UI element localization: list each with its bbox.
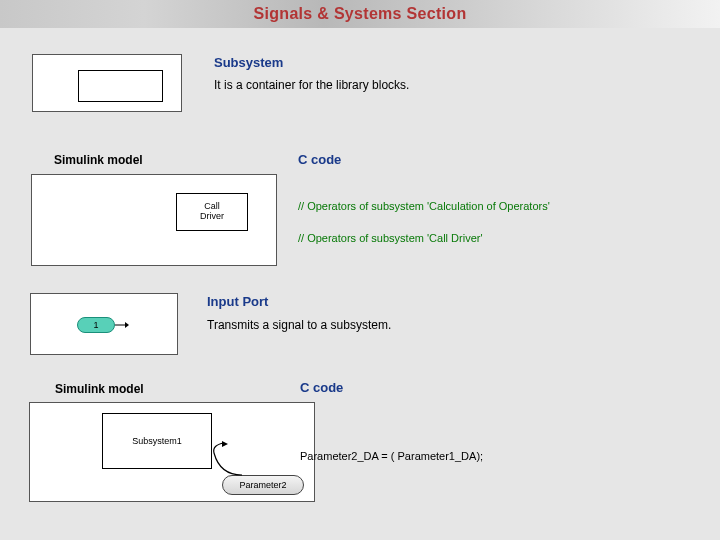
port-arrow-icon: [115, 320, 129, 330]
simulink-label-1: Simulink model: [54, 153, 143, 167]
simulink-label-2: Simulink model: [55, 382, 144, 396]
subsystem-description: It is a container for the library blocks…: [214, 78, 409, 92]
svg-marker-1: [125, 322, 129, 328]
example1-model: Call Driver: [31, 174, 277, 266]
code-comment-1: // Operators of subsystem 'Calculation o…: [298, 200, 550, 212]
example2-model: Subsystem1 Parameter2: [29, 402, 315, 502]
subsystem1-block: Subsystem1: [102, 413, 212, 469]
subsystem1-label: Subsystem1: [132, 436, 182, 446]
code-comment-2: // Operators of subsystem 'Call Driver': [298, 232, 483, 244]
subsystem-empty-block: [78, 70, 163, 102]
parameter2-label: Parameter2: [239, 480, 286, 490]
input-port-description: Transmits a signal to a subsystem.: [207, 318, 391, 332]
ccode-label-1: C code: [298, 152, 341, 167]
svg-marker-2: [222, 441, 228, 447]
title-bar: Signals & Systems Section: [0, 0, 720, 28]
curved-arrow-icon: [202, 441, 250, 481]
ccode-label-2: C code: [300, 380, 343, 395]
port-number: 1: [93, 320, 98, 330]
port-pill: 1: [77, 317, 115, 333]
input-port-heading: Input Port: [207, 294, 268, 309]
code-line-1: Parameter2_DA = ( Parameter1_DA);: [300, 450, 483, 462]
subsystem-heading: Subsystem: [214, 55, 283, 70]
call-driver-label: Call Driver: [200, 202, 224, 222]
subsystem-figure: [32, 54, 182, 112]
call-driver-block: Call Driver: [176, 193, 248, 231]
input-port-figure: 1: [30, 293, 178, 355]
page-title: Signals & Systems Section: [254, 5, 467, 23]
